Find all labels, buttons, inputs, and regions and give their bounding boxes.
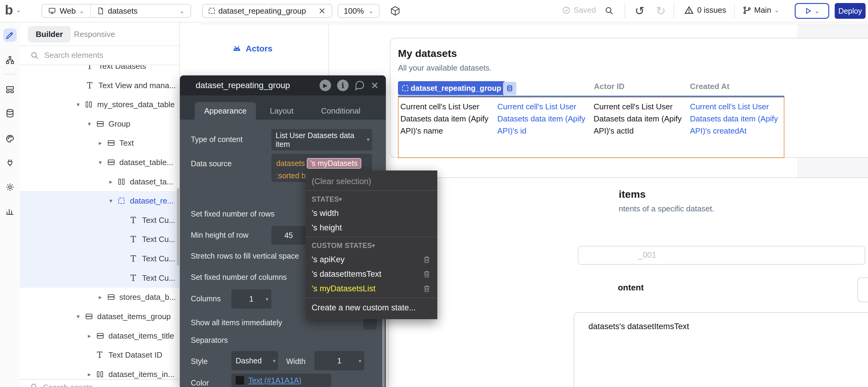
tab-appearance[interactable]: Appearance [195,102,256,120]
settings-button[interactable] [3,181,17,194]
tree-item[interactable]: T Text Cu... [20,229,179,249]
bubble-logo-menu[interactable]: b ⌄ [5,2,21,18]
tree-item[interactable]: ▸ stores_data_b... [20,287,179,307]
design-mode-button[interactable] [3,29,17,42]
text-element-icon: T [130,235,136,244]
tree-scrollbar-thumb[interactable] [177,188,179,265]
page-icon [97,7,104,15]
chevron-down-icon: ▾ [273,358,276,364]
data-source-badge[interactable] [503,82,516,95]
expand-arrow-icon[interactable]: ▸ [99,133,102,153]
collapse-arrow-icon[interactable]: ▾ [99,153,102,172]
plugins-button[interactable] [3,156,17,169]
platform-label: Web [60,6,76,16]
zoom-selector[interactable]: 100% ⌄ [338,4,379,18]
tree-item[interactable]: ▾ Group [20,114,179,133]
trash-icon[interactable] [423,256,431,263]
redo-button[interactable]: ↻ [656,4,666,18]
asset-search-placeholder[interactable]: Search assets [43,383,93,387]
run-icon[interactable]: ▶ [319,79,331,91]
branch-selector[interactable]: Main ⌄ [743,5,779,15]
property-panel-header[interactable]: dataset_repeating_group ▶ i ✕ [180,75,386,95]
trash-icon[interactable] [423,285,431,292]
type-of-content-select[interactable]: List User Datasets data item ▾ [271,129,372,151]
preview-button[interactable]: ⌄ [795,3,829,19]
download-as-csv-button[interactable]: Download as CSV [858,278,868,302]
tree-item[interactable]: T Text Cu... [20,249,179,268]
color-value: Text (#1A1A1A) [248,376,301,385]
color-picker[interactable]: Text (#1A1A1A) [231,374,331,387]
selected-element-chip[interactable]: dataset_repeating_group [398,81,505,95]
dropdown-section-states[interactable]: STATES ▾ [306,193,437,206]
dataset-content-box[interactable]: datasets's datasetItemsText [574,312,868,387]
expand-arrow-icon[interactable]: ▸ [99,287,102,307]
cell-id[interactable]: Current cell's List User Datasets data i… [497,100,588,137]
tab-builder[interactable]: Builder [28,26,71,42]
dropdown-item-height[interactable]: 's height [306,221,437,235]
trash-icon[interactable] [423,270,431,278]
logs-button[interactable] [3,205,17,218]
min-height-input[interactable]: 45 [271,226,306,245]
element-tab[interactable]: dataset_repeating_group ✕ [202,4,332,18]
cell-actid[interactable]: Current cell's List User Datasets data i… [594,100,684,137]
cell-createdat[interactable]: Current cell's List User Datasets data i… [690,100,784,137]
tree-item[interactable]: ▾ dataset_table... [20,153,179,172]
dropdown-item-width[interactable]: 's width [306,206,437,221]
page-selector[interactable]: datasets ⌄ [91,4,190,17]
search-button[interactable] [604,6,614,15]
tree-item[interactable]: ▸ dataset_items_title [20,326,179,346]
text-element-icon: T [87,65,92,70]
close-icon[interactable]: ✕ [371,80,379,91]
dataset-id-input[interactable]: _001 [578,246,865,265]
tab-responsive[interactable]: Responsive [66,26,123,42]
data-button[interactable] [3,106,17,120]
tree-item[interactable]: ▸ Text [20,133,179,153]
info-icon[interactable]: i [337,79,349,91]
dropdown-create-custom-state[interactable]: Create a new custom state... [306,300,437,316]
dropdown-item-datasetitemstext[interactable]: 's datasetItemsText [306,267,437,281]
platform-selector[interactable]: Web ⌄ [42,4,91,17]
expression-selected-token[interactable]: 's myDatasets [307,158,361,169]
tree-item[interactable]: T Text Cu... [20,211,179,230]
tree-item[interactable]: T Text View and mana... [20,76,179,95]
components-button[interactable] [3,83,17,96]
chevron-down-icon: ⌄ [369,8,373,14]
styles-button[interactable] [3,132,17,146]
color-swatch [236,376,244,385]
tree-item[interactable]: T Text Datasets [20,65,179,76]
cell-name[interactable]: Current cell's List User Datasets data i… [400,100,495,137]
tab-conditional[interactable]: Conditional [307,102,374,120]
dropdown-item-mydatasetslist[interactable]: 's myDatasetsList [306,281,437,296]
tree-item[interactable]: T Text Dataset ID [20,345,179,364]
deploy-button[interactable]: Deploy [835,3,866,19]
dropdown-clear-selection[interactable]: (Clear selection) [306,174,437,189]
element-search-input[interactable] [43,50,160,60]
dropdown-item-apikey[interactable]: 's apiKey [306,252,437,267]
issues-indicator[interactable]: 0 issues [684,5,726,15]
tree-item[interactable]: T Text Cu... [20,268,179,288]
collapse-arrow-icon[interactable]: ▾ [76,307,80,326]
expand-arrow-icon[interactable]: ▸ [88,364,91,379]
tree-item-selected[interactable]: ▾ dataset_re... [20,191,179,211]
component-library-button[interactable] [390,6,400,16]
tree-item[interactable]: ▾ dataset_items_group [20,307,179,326]
close-icon[interactable]: ✕ [319,6,326,16]
dropdown-section-custom-states[interactable]: CUSTOM STATES ▾ [306,239,437,252]
tree-item[interactable]: ▸ dataset_items_in... [20,364,179,379]
expand-arrow-icon[interactable]: ▸ [109,172,112,191]
tree-item[interactable]: ▾ my_stores_data_table [20,95,179,114]
collapse-arrow-icon[interactable]: ▾ [88,114,91,133]
comment-icon[interactable] [355,80,365,91]
undo-button[interactable]: ↺ [635,4,645,18]
table-element-icon [97,371,103,377]
collapse-arrow-icon[interactable]: ▾ [76,95,80,114]
collapse-arrow-icon[interactable]: ▾ [109,191,112,211]
expand-arrow-icon[interactable]: ▸ [88,326,91,346]
nav-item-actors[interactable]: Actors [232,43,273,54]
columns-select[interactable]: 1 ▾ [231,289,271,309]
tree-item[interactable]: ▸ dataset_ta... [20,172,179,191]
tab-layout[interactable]: Layout [256,102,307,120]
style-select[interactable]: Dashed ▾ [231,351,278,370]
workflow-button[interactable] [3,53,17,67]
width-select[interactable]: 1 ▾ [314,351,364,370]
